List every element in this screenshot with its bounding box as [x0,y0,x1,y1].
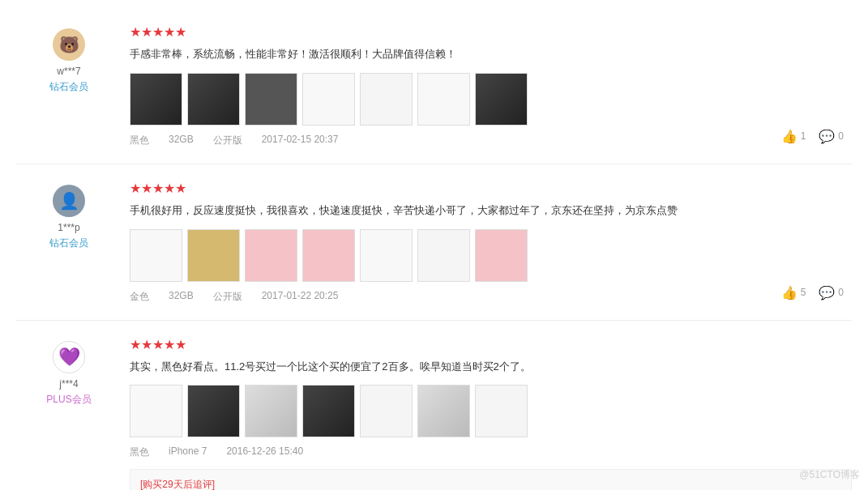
review-text: 手感非常棒，系统流畅，性能非常好！激活很顺利！大品牌值得信赖！ [130,46,852,63]
comment-button[interactable]: 💬 0 [819,285,844,300]
star-icon: ★ [130,25,141,39]
review-content: ★★★★★ 其实，黑色好看点。11.2号买过一个比这个买的便宜了2百多。唉早知道… [122,337,852,490]
watermark: @51CTO博客 [799,468,860,482]
meta-color: 黑色 [130,445,149,459]
meta-color: 黑色 [130,134,149,147]
review-image[interactable] [417,73,470,126]
star-icon: ★ [152,25,164,39]
review-actions: 👍 5 💬 0 [781,285,844,300]
review-actions: 👍 1 💬 0 [781,129,844,144]
review-image[interactable] [130,229,182,282]
review-image[interactable] [245,73,297,126]
star-icon: ★ [130,181,141,195]
review-meta: 金色32GB公开版2017-01-22 20:25 [130,290,852,304]
star-icon: ★ [152,338,164,352]
review-image[interactable] [130,385,182,437]
comment-count: 0 [838,287,844,298]
avatar: 💜 [53,341,85,373]
meta-version: 公开版 [213,134,242,147]
review-list: 🐻 w***7 钻石会员 ★★★★★ 手感非常棒，系统流畅，性能非常好！激活很顺… [0,0,868,490]
meta-date: 2016-12-26 15:40 [226,445,303,459]
meta-date: 2017-02-15 20:37 [262,134,339,147]
review-image[interactable] [130,73,182,126]
review-content: ★★★★★ 手机很好用，反应速度挺快，我很喜欢，快递速度挺快，辛苦快递小哥了，大… [122,181,852,304]
review-image[interactable] [360,229,413,282]
review-image[interactable] [360,73,413,126]
review-image[interactable] [187,73,240,126]
reviewer-info: 🐻 w***7 钻石会员 [16,24,122,147]
member-badge: PLUS会员 [46,393,91,407]
review-item: 💜 j***4 PLUS会员 ★★★★★ 其实，黑色好看点。11.2号买过一个比… [16,321,852,490]
review-content: ★★★★★ 手感非常棒，系统流畅，性能非常好！激活很顺利！大品牌值得信赖！ 黑色… [122,24,852,147]
star-icon: ★ [175,181,186,195]
meta-date: 2017-01-22 20:25 [262,290,339,304]
review-image[interactable] [360,385,413,437]
like-button[interactable]: 👍 5 [781,285,806,300]
member-badge: 钻石会员 [49,80,88,94]
followup-title: [购买29天后追评] [140,478,841,490]
star-rating: ★★★★★ [130,181,852,196]
review-image[interactable] [245,229,297,282]
star-icon: ★ [175,338,186,352]
review-image[interactable] [417,385,470,437]
like-count: 5 [801,287,806,298]
review-image[interactable] [475,229,528,282]
meta-version: 公开版 [213,290,242,304]
star-icon: ★ [141,338,152,352]
review-item: 👤 1***p 钻石会员 ★★★★★ 手机很好用，反应速度挺快，我很喜欢，快递速… [16,164,852,321]
review-image[interactable] [302,73,355,126]
review-meta: 黑色iPhone 72016-12-26 15:40 [130,445,852,459]
reviewer-info: 👤 1***p 钻石会员 [16,181,122,304]
comment-icon: 💬 [819,129,835,144]
star-icon: ★ [141,181,152,195]
username: 1***p [58,222,79,233]
review-image[interactable] [302,385,355,437]
star-icon: ★ [164,25,175,39]
avatar: 🐻 [53,28,85,61]
thumbup-icon: 👍 [781,129,797,144]
comment-button[interactable]: 💬 0 [819,129,844,144]
review-image[interactable] [417,229,470,282]
username: j***4 [59,378,78,390]
meta-color: 金色 [130,290,149,304]
star-icon: ★ [141,25,152,39]
star-rating: ★★★★★ [130,24,852,40]
star-icon: ★ [152,181,164,195]
star-icon: ★ [130,338,141,352]
review-image[interactable] [475,385,528,437]
comment-icon: 💬 [819,285,835,300]
thumbup-icon: 👍 [781,285,797,300]
review-image[interactable] [302,229,355,282]
meta-storage: 32GB [169,290,194,304]
star-icon: ★ [164,181,175,195]
meta-storage: 32GB [169,134,194,147]
review-text: 手机很好用，反应速度挺快，我很喜欢，快递速度挺快，辛苦快递小哥了，大家都过年了，… [130,202,852,219]
like-button[interactable]: 👍 1 [781,129,806,144]
member-badge: 钻石会员 [49,236,88,250]
reviewer-info: 💜 j***4 PLUS会员 [16,337,122,490]
review-image[interactable] [475,73,528,126]
star-rating: ★★★★★ [130,337,852,352]
review-item: 🐻 w***7 钻石会员 ★★★★★ 手感非常棒，系统流畅，性能非常好！激活很顺… [16,8,852,164]
review-images [130,229,852,282]
review-meta: 黑色32GB公开版2017-02-15 20:37 [130,134,852,147]
like-count: 1 [801,130,806,142]
review-images [130,73,852,126]
review-image[interactable] [187,229,240,282]
meta-version: iPhone 7 [169,445,207,459]
review-text: 其实，黑色好看点。11.2号买过一个比这个买的便宜了2百多。唉早知道当时买2个了… [130,359,852,376]
avatar: 👤 [53,185,85,217]
followup-section: [购买29天后追评] 没毛病 [130,469,852,490]
comment-count: 0 [838,130,844,142]
star-icon: ★ [175,25,186,39]
review-image[interactable] [245,385,297,437]
username: w***7 [57,66,80,77]
review-image[interactable] [187,385,240,437]
star-icon: ★ [164,338,175,352]
review-images [130,385,852,437]
